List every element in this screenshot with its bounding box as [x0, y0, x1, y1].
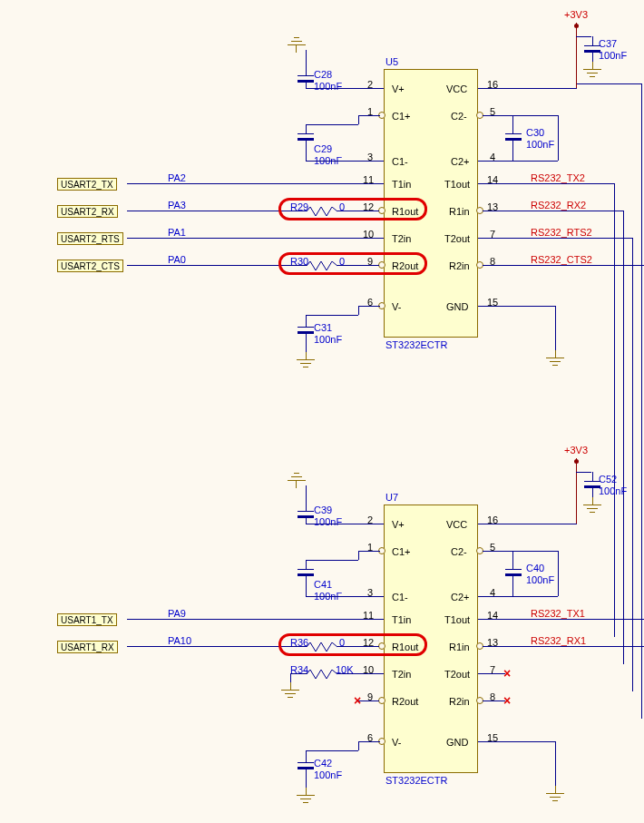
u7-pin-1-name: C1+	[392, 546, 411, 557]
sig-pa1: PA1	[168, 227, 186, 238]
c30-val: 100nF	[526, 139, 554, 150]
u5-pin-14-name: T1out	[444, 179, 470, 190]
u5-pin-10-name: T2in	[392, 233, 411, 244]
u5-pin-5-name: C2-	[451, 111, 467, 122]
u7-pin-10-name: T2in	[392, 669, 411, 680]
nc-r2out-u7: ×	[354, 693, 361, 708]
gnd-r34	[279, 682, 301, 701]
c41-ref: C41	[314, 579, 332, 590]
gnd-u5	[544, 350, 566, 368]
net-rs232-rx2: RS232_RX2	[531, 200, 586, 211]
c42-val: 100nF	[314, 769, 342, 780]
u5-pin-15-name: GND	[446, 301, 468, 312]
net-rs232-rts2: RS232_RTS2	[531, 227, 592, 238]
c52-ref: C52	[599, 474, 617, 485]
c40-ref: C40	[526, 563, 544, 573]
sig-pa10: PA10	[168, 635, 191, 646]
c40-val: 100nF	[526, 574, 554, 585]
c37-ref: C37	[599, 38, 617, 49]
sig-pa2: PA2	[168, 172, 186, 183]
sig-pa9: PA9	[168, 608, 186, 619]
u7-pin-16-name: VCC	[446, 519, 467, 530]
u5-pin-16-name: VCC	[446, 83, 467, 94]
gnd-c31	[295, 352, 317, 370]
u5-pin-11-name: T1in	[392, 179, 411, 190]
ic-u7-part: ST3232ECTR	[385, 775, 447, 786]
u7-pin-15-name: GND	[446, 737, 468, 748]
gnd-c28	[286, 34, 307, 53]
net-usart1-rx: USART1_RX	[57, 641, 118, 653]
u5-pin-6-name: V-	[392, 301, 401, 312]
c42-ref: C42	[314, 758, 332, 769]
sig-pa0: PA0	[168, 254, 186, 265]
ic-u7-ref: U7	[385, 492, 398, 503]
sig-pa3: PA3	[168, 200, 186, 211]
u7-pin-11-name: T1in	[392, 614, 411, 625]
u7-pin-9-name: R2out	[392, 696, 418, 707]
net-usart2-cts: USART2_CTS	[57, 260, 123, 272]
c29-ref: C29	[314, 143, 332, 154]
u5-pin-7-name: T2out	[444, 233, 470, 244]
u5-pin-3-name: C1-	[392, 156, 408, 167]
ic-u5-ref: U5	[385, 56, 398, 67]
ic-u5-part: ST3232ECTR	[385, 339, 447, 350]
net-usart2-rx: USART2_RX	[57, 205, 118, 218]
u7-pin-2-name: V+	[392, 519, 405, 530]
net-rs232-tx2: RS232_TX2	[531, 172, 585, 183]
highlight-r1out-upper	[278, 198, 427, 220]
net-rs232-tx1: RS232_TX1	[531, 608, 585, 619]
power-3v3-lower: +3V3	[564, 445, 588, 456]
c31-ref: C31	[314, 322, 332, 333]
u7-pin-8-name: R2in	[449, 696, 470, 707]
r34-body	[307, 670, 337, 679]
c39-val: 100nF	[314, 516, 342, 527]
u7-pin-6-name: V-	[392, 737, 401, 748]
gnd-c39	[286, 470, 307, 488]
power-3v3-upper: +3V3	[564, 9, 588, 20]
u5-pin-4-name: C2+	[451, 156, 470, 167]
net-usart2-rts: USART2_RTS	[57, 232, 123, 245]
c39-ref: C39	[314, 505, 332, 515]
c31-val: 100nF	[314, 334, 342, 345]
u7-pin-3-name: C1-	[392, 592, 408, 603]
u5-pin-2-name: V+	[392, 83, 405, 94]
c37-val: 100nF	[599, 50, 627, 61]
nc-r2in-u7: ×	[503, 693, 511, 708]
u7-pin-4-name: C2+	[451, 592, 470, 603]
c52-val: 100nF	[599, 485, 627, 496]
c28-val: 100nF	[314, 81, 342, 92]
gnd-c52	[581, 497, 603, 515]
highlight-r2out-upper	[278, 252, 427, 275]
u7-pin-14-name: T1out	[444, 614, 470, 625]
c30-ref: C30	[526, 127, 544, 138]
u7-pin-13-name: R1in	[449, 642, 470, 652]
highlight-r1out-lower	[278, 633, 427, 656]
gnd-u7	[544, 786, 566, 804]
u7-pin-5-name: C2-	[451, 546, 467, 557]
u7-pin-7-name: T2out	[444, 669, 470, 680]
u5-pin-1-name: C1+	[392, 111, 411, 122]
gnd-c42	[295, 788, 317, 806]
net-rs232-cts2: RS232_CTS2	[531, 254, 592, 265]
nc-t2out-u7: ×	[503, 666, 511, 681]
net-usart2-tx: USART2_TX	[57, 178, 117, 191]
net-usart1-tx: USART1_TX	[57, 613, 117, 626]
net-rs232-rx1: RS232_RX1	[531, 635, 586, 646]
c28-ref: C28	[314, 69, 332, 80]
u5-pin-8-name: R2in	[449, 260, 470, 271]
gnd-c37	[581, 62, 603, 80]
u5-pin-13-name: R1in	[449, 206, 470, 217]
